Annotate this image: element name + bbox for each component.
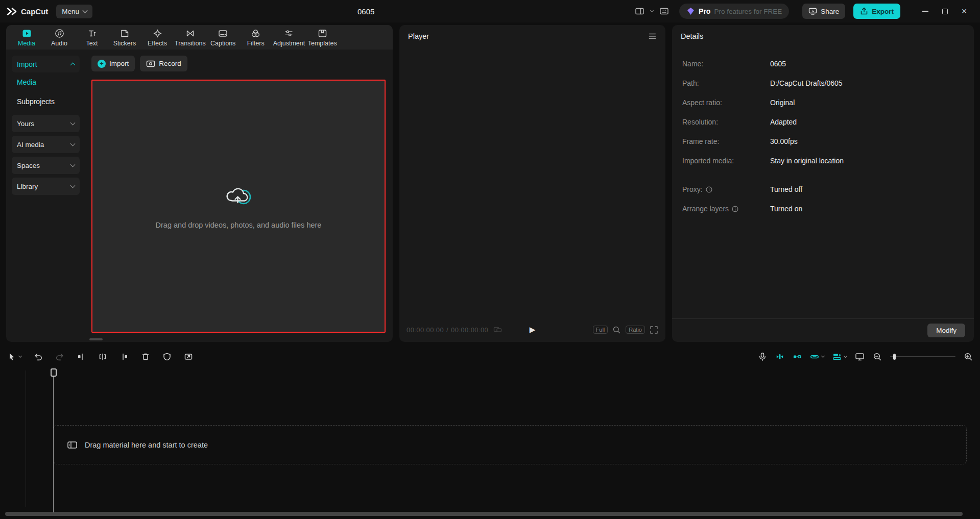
sidebar-item-label: Subprojects <box>17 97 55 106</box>
delete-right-button[interactable] <box>119 352 129 361</box>
detail-row-resolution: Resolution: Adapted <box>672 112 974 132</box>
detail-row-aspect-ratio: Aspect ratio: Original <box>672 93 974 112</box>
panel-layout-icon[interactable] <box>635 7 644 16</box>
auto-ripple-toggle[interactable] <box>793 352 802 361</box>
sidebar-item-import[interactable]: Import <box>12 56 80 72</box>
info-icon[interactable] <box>732 206 738 212</box>
pro-features-text: Pro features for FREE <box>714 8 782 15</box>
zoom-preview-icon[interactable] <box>612 326 621 334</box>
captions-tab-icon <box>218 29 228 38</box>
export-button[interactable]: Export <box>853 4 900 19</box>
dropzone-hint: Drag and drop videos, photos, and audio … <box>156 221 322 229</box>
chevron-up-icon <box>70 63 76 68</box>
tab-label: Stickers <box>113 40 136 47</box>
window-controls: × <box>916 0 974 22</box>
chevron-down-icon <box>70 120 76 126</box>
modify-button[interactable]: Modify <box>927 324 965 337</box>
layout-chevron-down-icon[interactable] <box>650 9 654 12</box>
maximize-button[interactable] <box>935 0 954 22</box>
field-label: Aspect ratio: <box>682 98 770 107</box>
tab-templates[interactable]: Templates <box>307 28 338 47</box>
workspace: Media Audio Text Stickers <box>0 22 980 342</box>
mask-button[interactable] <box>162 352 172 361</box>
tab-effects[interactable]: Effects <box>142 28 173 47</box>
timeline-drop-area[interactable]: Drag material here and start to create <box>53 425 967 464</box>
redo-button[interactable] <box>55 352 64 361</box>
plus-icon: + <box>98 60 106 68</box>
media-content: + Import Record <box>85 50 393 342</box>
tab-label: Adjustment <box>273 40 305 47</box>
sidebar-item-subprojects[interactable]: Subprojects <box>12 92 80 111</box>
zoom-out-button[interactable] <box>873 352 882 361</box>
time-display: 00:00:00:00 / 00:00:00:00 <box>407 326 488 334</box>
select-tool-button[interactable] <box>7 352 21 361</box>
tab-filters[interactable]: Filters <box>241 28 271 47</box>
chevron-down-icon <box>18 354 22 358</box>
delete-button[interactable] <box>141 352 150 361</box>
media-scrollbar[interactable] <box>89 338 103 340</box>
display-settings-button[interactable] <box>855 352 865 361</box>
field-label: Path: <box>682 79 770 87</box>
tab-label: Text <box>86 40 98 47</box>
tab-transitions[interactable]: Transitions <box>175 28 206 47</box>
tab-stickers[interactable]: Stickers <box>109 28 140 47</box>
playhead-line <box>53 377 54 512</box>
details-footer: Modify <box>672 318 974 342</box>
zoom-slider-handle[interactable] <box>893 354 896 360</box>
tab-adjustment[interactable]: Adjustment <box>273 28 305 47</box>
current-time: 00:00:00:00 <box>407 326 444 334</box>
playhead-handle[interactable] <box>51 368 57 377</box>
import-button[interactable]: + Import <box>91 56 135 71</box>
main-track-magnetic-toggle[interactable] <box>775 352 784 361</box>
sidebar-group-yours[interactable]: Yours <box>12 115 80 132</box>
playhead[interactable] <box>50 368 57 512</box>
toolbar-right <box>758 346 973 367</box>
tab-media[interactable]: Media <box>11 28 42 47</box>
timeline-zoom-slider[interactable] <box>890 356 955 357</box>
cursor-icon <box>7 352 16 361</box>
preview-mode-icon[interactable] <box>493 326 502 334</box>
voiceover-button[interactable] <box>758 352 767 361</box>
expand-icon[interactable] <box>650 326 658 334</box>
close-button[interactable]: × <box>954 0 974 22</box>
player-header: Player <box>399 25 665 47</box>
tab-audio[interactable]: Audio <box>44 28 75 47</box>
zoom-in-button[interactable] <box>964 352 973 361</box>
record-button[interactable]: Record <box>140 56 187 71</box>
pro-badge[interactable]: Pro Pro features for FREE <box>679 4 789 19</box>
field-value: Turned on <box>770 205 802 213</box>
split-button[interactable] <box>98 352 107 361</box>
app-name: CapCut <box>21 7 48 16</box>
menu-button[interactable]: Menu <box>56 5 92 18</box>
ratio-chip[interactable]: Ratio <box>626 326 645 334</box>
import-button-label: Import <box>109 60 129 67</box>
total-time: 00:00:00:00 <box>451 326 488 334</box>
field-value: D:/CapCut Drafts/0605 <box>770 79 843 87</box>
frame-export-button[interactable] <box>184 352 193 361</box>
linked-toggle[interactable] <box>810 352 824 361</box>
sidebar-group-ai-media[interactable]: AI media <box>12 136 80 153</box>
pro-gem-icon <box>686 7 695 15</box>
full-screen-chip[interactable]: Full <box>593 326 608 334</box>
tab-text[interactable]: Text <box>77 28 107 47</box>
tab-captions[interactable]: Captions <box>208 28 238 47</box>
menu-label: Menu <box>62 8 79 15</box>
toolbar-left <box>7 352 193 361</box>
play-button[interactable]: ▶ <box>530 325 536 334</box>
sidebar-group-spaces[interactable]: Spaces <box>12 157 80 174</box>
player-title: Player <box>408 32 429 40</box>
undo-button[interactable] <box>34 352 43 361</box>
sidebar-item-media[interactable]: Media <box>12 72 80 92</box>
cloud-upload-icon <box>224 183 253 207</box>
player-menu-icon[interactable] <box>648 32 657 40</box>
media-dropzone[interactable]: Drag and drop videos, photos, and audio … <box>91 80 386 333</box>
track-arrange-toggle[interactable] <box>832 352 847 361</box>
sidebar-group-library[interactable]: Library <box>12 178 80 195</box>
minimize-button[interactable] <box>916 0 935 22</box>
info-icon[interactable] <box>706 186 712 193</box>
share-button[interactable]: Share <box>802 4 845 19</box>
delete-left-button[interactable] <box>77 352 86 361</box>
timeline-horizontal-scrollbar[interactable] <box>5 512 963 516</box>
field-value: 0605 <box>770 60 786 68</box>
keyboard-shortcuts-icon[interactable] <box>659 7 669 16</box>
